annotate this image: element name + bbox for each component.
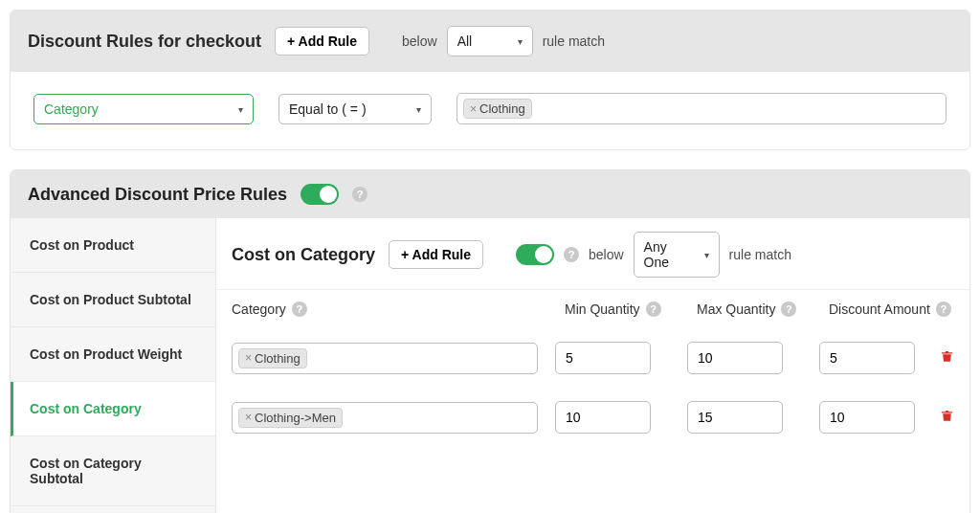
col-min-label: Min Quantity [565, 301, 640, 317]
content-match-select[interactable]: Any One ▾ [634, 232, 720, 278]
row0-min-input[interactable] [555, 342, 651, 374]
rule-row-0: × Clothing [216, 328, 969, 388]
chevron-down-icon: ▾ [704, 250, 709, 260]
sidebar-item-cost-product-weight[interactable]: Cost on Product Weight [11, 327, 215, 382]
rule-row-1: × Clothing->Men [216, 388, 969, 447]
chevron-down-icon: ▾ [518, 36, 523, 47]
col-category-label: Category [232, 301, 286, 317]
content-header: Cost on Category + Add Rule ? below Any … [216, 218, 969, 290]
help-icon[interactable]: ? [646, 301, 661, 317]
sidebar-item-cost-product-subtotal[interactable]: Cost on Product Subtotal [11, 273, 215, 327]
content-title: Cost on Category [232, 245, 375, 265]
discount-rules-title: Discount Rules for checkout [28, 32, 261, 52]
content-add-rule-button[interactable]: + Add Rule [389, 240, 483, 269]
trash-icon[interactable] [940, 408, 954, 427]
column-headers: Category ? Min Quantity ? Max Quantity ?… [216, 290, 969, 328]
row0-amount-input[interactable] [819, 342, 915, 374]
row1-max-input[interactable] [687, 401, 783, 434]
advanced-rules-header: Advanced Discount Price Rules ? [11, 170, 969, 218]
row0-max-input[interactable] [687, 342, 783, 374]
operator-select-value: Equal to ( = ) [289, 101, 367, 117]
field-select-value: Category [44, 101, 99, 117]
chip-label: Clothing->Men [255, 411, 336, 425]
add-rule-button[interactable]: + Add Rule [275, 27, 369, 56]
match-select-value: All [457, 33, 473, 49]
discount-rules-header: Discount Rules for checkout + Add Rule b… [11, 11, 969, 72]
row1-category-input[interactable]: × Clothing->Men [232, 402, 538, 434]
row0-category-input[interactable]: × Clothing [232, 343, 538, 374]
chip-label: Clothing [255, 351, 301, 366]
help-icon[interactable]: ? [936, 301, 951, 317]
chip: × Clothing [238, 348, 307, 368]
sidebar-item-cost-category-weight[interactable]: Cost on Category Weight [11, 506, 215, 513]
help-icon[interactable]: ? [292, 301, 307, 317]
advanced-body: Cost on Product Cost on Product Subtotal… [11, 218, 969, 513]
chip-remove-icon[interactable]: × [245, 411, 252, 424]
content-below-label: below [589, 247, 624, 262]
content-match-select-value: Any One [644, 239, 690, 270]
help-icon[interactable]: ? [781, 301, 796, 317]
advanced-sidebar: Cost on Product Cost on Product Subtotal… [11, 218, 216, 513]
chip: × Clothing->Men [238, 408, 343, 428]
col-max-label: Max Quantity [697, 301, 775, 317]
advanced-rules-panel: Advanced Discount Price Rules ? Cost on … [10, 169, 970, 513]
field-select[interactable]: Category ▾ [33, 94, 254, 124]
chevron-down-icon: ▾ [238, 103, 243, 114]
sidebar-item-cost-category-subtotal[interactable]: Cost on Category Subtotal [11, 436, 215, 506]
match-select[interactable]: All ▾ [447, 26, 533, 56]
content-toggle[interactable] [516, 244, 554, 265]
trash-icon[interactable] [940, 348, 954, 368]
chip-remove-icon[interactable]: × [245, 351, 252, 365]
sidebar-item-cost-category[interactable]: Cost on Category [11, 382, 215, 436]
help-icon[interactable]: ? [352, 187, 368, 202]
chip-remove-icon[interactable]: × [470, 102, 477, 116]
discount-rule-row: Category ▾ Equal to ( = ) ▾ × Clothing [11, 72, 969, 149]
below-label: below [402, 33, 437, 49]
chip-label: Clothing [479, 101, 525, 116]
content-rule-match-label: rule match [729, 247, 791, 262]
operator-select[interactable]: Equal to ( = ) ▾ [278, 94, 432, 124]
advanced-rules-title: Advanced Discount Price Rules [28, 185, 287, 205]
chevron-down-icon: ▾ [416, 103, 421, 114]
col-amount-label: Discount Amount [829, 301, 930, 317]
help-icon[interactable]: ? [564, 247, 579, 262]
chip-clothing: × Clothing [463, 99, 532, 119]
advanced-toggle[interactable] [301, 184, 339, 205]
advanced-content: Cost on Category + Add Rule ? below Any … [216, 218, 969, 513]
discount-rules-panel: Discount Rules for checkout + Add Rule b… [10, 10, 970, 150]
sidebar-item-cost-product[interactable]: Cost on Product [11, 218, 215, 273]
row1-amount-input[interactable] [819, 401, 915, 434]
category-value-input[interactable]: × Clothing [457, 93, 947, 124]
rule-match-label: rule match [543, 33, 605, 49]
row1-min-input[interactable] [555, 401, 651, 434]
